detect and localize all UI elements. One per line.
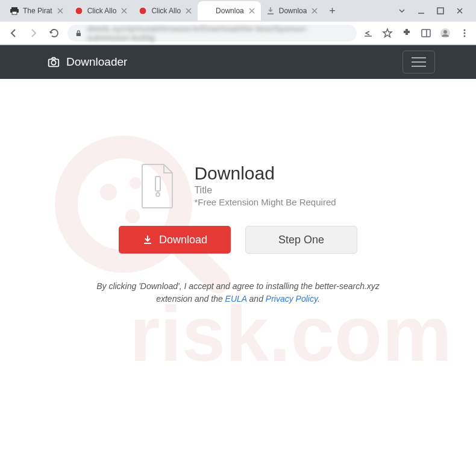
svg-point-16 bbox=[51, 60, 55, 64]
tab-download-2[interactable]: Downloa bbox=[261, 1, 324, 20]
camera-icon bbox=[47, 55, 60, 69]
close-icon[interactable] bbox=[56, 7, 64, 15]
star-icon[interactable] bbox=[382, 28, 393, 39]
tab-label: Downloa bbox=[279, 7, 307, 15]
page-viewport: Downloader risk.com bbox=[0, 45, 476, 471]
forward-button[interactable] bbox=[27, 26, 41, 40]
subtitle: Title bbox=[194, 185, 336, 196]
step-one-label: Step One bbox=[278, 234, 324, 246]
toolbar-icons bbox=[363, 28, 470, 39]
hero: Download Title *Free Extension Might Be … bbox=[140, 163, 336, 209]
close-icon[interactable] bbox=[184, 7, 193, 15]
main-content: Download Title *Free Extension Might Be … bbox=[0, 79, 476, 305]
red-dot-icon bbox=[138, 6, 148, 16]
menu-icon[interactable] bbox=[459, 28, 470, 39]
tab-bar: The Pirat Click Allo Click Allo Downloa … bbox=[0, 0, 476, 22]
svg-point-11 bbox=[443, 30, 447, 34]
browser-toolbar: deeds.xyz/tp/install/browser/e/Download/… bbox=[0, 22, 476, 45]
hero-text: Download Title *Free Extension Might Be … bbox=[194, 163, 336, 207]
button-row: Download Step One bbox=[119, 226, 357, 254]
maximize-icon[interactable] bbox=[436, 7, 445, 15]
svg-point-4 bbox=[139, 7, 146, 14]
svg-rect-23 bbox=[155, 176, 160, 191]
tab-label: Downloa bbox=[216, 7, 244, 15]
svg-rect-0 bbox=[11, 7, 17, 9]
printer-icon bbox=[10, 6, 19, 16]
step-one-button[interactable]: Step One bbox=[245, 226, 357, 254]
window-close-icon[interactable] bbox=[456, 7, 464, 15]
eula-link[interactable]: EULA bbox=[225, 294, 247, 304]
file-zip-icon bbox=[140, 163, 176, 209]
tab-label: The Pirat bbox=[23, 7, 52, 15]
disclaimer-period: . bbox=[318, 294, 320, 304]
svg-point-3 bbox=[75, 7, 83, 14]
svg-rect-5 bbox=[268, 13, 274, 14]
reload-button[interactable] bbox=[47, 26, 61, 40]
disclaimer: By clicking 'Download', I accept and agr… bbox=[93, 280, 383, 305]
tab-download-active[interactable]: Downloa bbox=[198, 1, 261, 20]
svg-rect-6 bbox=[437, 8, 443, 14]
url-text: deeds.xyz/tp/install/browser/e/Download/… bbox=[87, 24, 349, 42]
close-icon[interactable] bbox=[248, 7, 256, 15]
extensions-icon[interactable] bbox=[401, 28, 412, 39]
privacy-link[interactable]: Privacy Policy bbox=[266, 294, 318, 304]
page-title: Download bbox=[194, 163, 336, 184]
sidepanel-icon[interactable] bbox=[421, 28, 431, 39]
blank-icon bbox=[202, 6, 212, 16]
red-dot-icon bbox=[74, 6, 84, 16]
browser-chrome: The Pirat Click Allo Click Allo Downloa … bbox=[0, 0, 476, 45]
tab-pirate[interactable]: The Pirat bbox=[5, 1, 69, 20]
tab-label: Click Allo bbox=[151, 7, 181, 15]
hamburger-button[interactable] bbox=[402, 51, 435, 73]
tab-click-allow-2[interactable]: Click Allo bbox=[133, 1, 198, 20]
brand-label: Downloader bbox=[66, 55, 127, 69]
close-icon[interactable] bbox=[310, 7, 319, 15]
download-icon bbox=[142, 234, 153, 245]
svg-rect-26 bbox=[144, 243, 151, 244]
svg-rect-7 bbox=[77, 33, 81, 36]
tab-label: Click Allo bbox=[87, 7, 117, 15]
chevron-down-icon[interactable] bbox=[398, 7, 406, 15]
share-icon[interactable] bbox=[363, 28, 374, 39]
window-controls bbox=[398, 7, 471, 15]
svg-rect-8 bbox=[422, 30, 430, 37]
svg-point-14 bbox=[464, 35, 466, 37]
minimize-icon[interactable] bbox=[417, 7, 425, 15]
new-tab-button[interactable]: + bbox=[324, 2, 340, 19]
lock-icon bbox=[75, 29, 83, 37]
download-icon bbox=[266, 6, 275, 16]
svg-rect-2 bbox=[12, 11, 17, 14]
site-navbar: Downloader bbox=[0, 45, 476, 79]
profile-icon[interactable] bbox=[440, 28, 451, 39]
download-button-label: Download bbox=[159, 234, 207, 246]
disclaimer-and: and bbox=[247, 294, 266, 304]
back-button[interactable] bbox=[6, 26, 20, 40]
address-bar[interactable]: deeds.xyz/tp/install/browser/e/Download/… bbox=[67, 25, 357, 42]
download-button[interactable]: Download bbox=[119, 226, 231, 254]
close-icon[interactable] bbox=[120, 7, 128, 15]
brand[interactable]: Downloader bbox=[47, 55, 127, 69]
svg-point-13 bbox=[464, 32, 466, 34]
extension-note: *Free Extension Might Be Required bbox=[194, 197, 336, 207]
hamburger-icon bbox=[412, 61, 426, 63]
svg-point-12 bbox=[464, 29, 466, 31]
tab-click-allow-1[interactable]: Click Allo bbox=[69, 1, 134, 20]
